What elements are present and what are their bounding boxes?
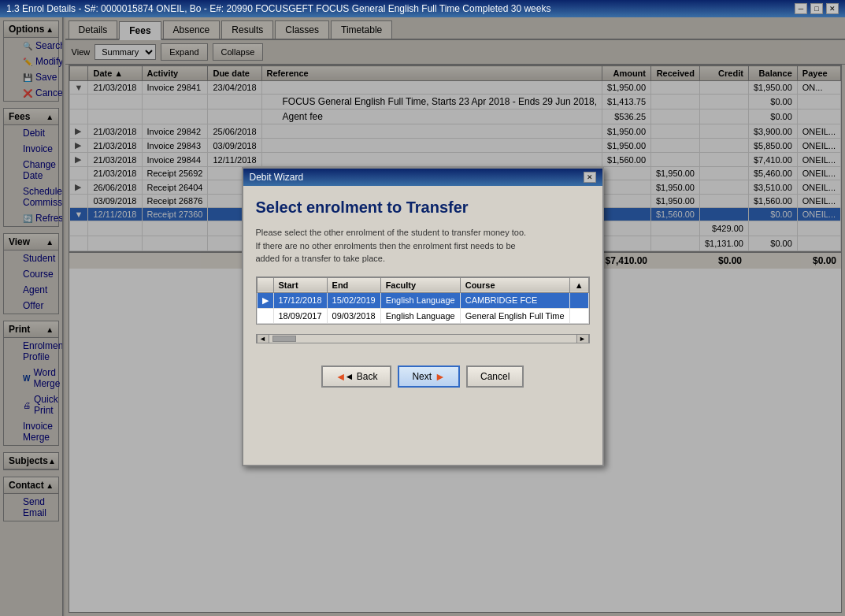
next-arrow-icon: ► bbox=[435, 370, 446, 383]
modal-col-faculty[interactable]: Faculty bbox=[380, 277, 460, 292]
modal-enrolments-table: Start End Faculty Course ▲ ▶ 17/12/2018 … bbox=[257, 277, 589, 324]
cancel-button[interactable]: Cancel bbox=[466, 366, 524, 388]
window-controls: ─ □ ✕ bbox=[795, 3, 839, 14]
modal-title: Debit Wizard bbox=[250, 172, 304, 183]
scrollbar-thumb[interactable] bbox=[272, 336, 296, 342]
modal-table-row[interactable]: ▶ 17/12/2018 15/02/2019 English Language… bbox=[257, 292, 588, 308]
modal-cell-course: General English Full Time bbox=[460, 308, 569, 323]
modal-cell-end: 09/03/2018 bbox=[327, 308, 380, 323]
modal-overlay: Debit Wizard ✕ Select enrolment to Trans… bbox=[0, 17, 845, 616]
modal-cell-end: 15/02/2019 bbox=[327, 292, 380, 308]
modal-table-row[interactable]: 18/09/2017 09/03/2018 English Language G… bbox=[257, 308, 588, 323]
modal-col-course[interactable]: Course bbox=[460, 277, 569, 292]
modal-footer: ◄ ◄ Back Next ► Cancel bbox=[243, 359, 602, 394]
modal-close-button[interactable]: ✕ bbox=[584, 172, 596, 183]
modal-cell-start: 17/12/2018 bbox=[273, 292, 327, 308]
scrollbar-track bbox=[269, 336, 576, 342]
modal-cell-start: 18/09/2017 bbox=[273, 308, 327, 323]
scroll-right-btn[interactable]: ► bbox=[576, 334, 589, 343]
modal-cell-scroll bbox=[569, 308, 588, 323]
minimize-button[interactable]: ─ bbox=[795, 3, 807, 14]
modal-cell-course: CAMBRIDGE FCE bbox=[460, 292, 569, 308]
restore-button[interactable]: □ bbox=[810, 3, 823, 14]
modal-horizontal-scrollbar[interactable]: ◄ ► bbox=[256, 334, 590, 343]
scroll-left-btn[interactable]: ◄ bbox=[257, 334, 269, 343]
title-bar: 1.3 Enrol Details - S#: 0000015874 ONEIL… bbox=[0, 0, 845, 17]
modal-col-scroll: ▲ bbox=[569, 277, 588, 292]
next-label: Next bbox=[412, 371, 432, 382]
modal-col-end[interactable]: End bbox=[327, 277, 380, 292]
close-button[interactable]: ✕ bbox=[826, 3, 839, 14]
title-text: 1.3 Enrol Details - S#: 0000015874 ONEIL… bbox=[6, 3, 550, 14]
modal-description: Please select the other enrolment of the… bbox=[256, 226, 590, 265]
modal-body: Select enrolment to Transfer Please sele… bbox=[243, 186, 602, 359]
modal-table-container: Start End Faculty Course ▲ ▶ 17/12/2018 … bbox=[256, 276, 590, 325]
modal-col-start[interactable]: Start bbox=[273, 277, 327, 292]
modal-cell-scroll bbox=[569, 292, 588, 308]
debit-wizard-modal: Debit Wizard ✕ Select enrolment to Trans… bbox=[242, 167, 604, 466]
modal-row-indicator bbox=[257, 308, 273, 323]
modal-cell-faculty: English Language bbox=[380, 308, 460, 323]
modal-row-indicator: ▶ bbox=[257, 292, 273, 308]
modal-heading: Select enrolment to Transfer bbox=[256, 199, 590, 217]
modal-col-indicator bbox=[257, 277, 273, 292]
cancel-label: Cancel bbox=[480, 371, 510, 382]
modal-cell-faculty: English Language bbox=[380, 292, 460, 308]
back-button[interactable]: ◄ ◄ Back bbox=[321, 366, 392, 388]
back-label: ◄ Back bbox=[345, 371, 378, 382]
next-button[interactable]: Next ► bbox=[398, 366, 460, 388]
modal-title-bar: Debit Wizard ✕ bbox=[243, 169, 602, 186]
